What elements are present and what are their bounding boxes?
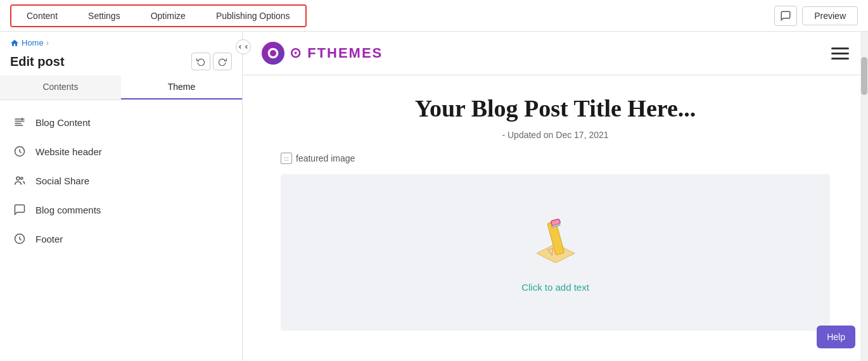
hamburger-line-3 <box>831 58 849 60</box>
scrollbar-thumb[interactable] <box>861 57 867 95</box>
top-bar: Content Settings Optimize Publishing Opt… <box>0 0 868 32</box>
chat-icon-button[interactable] <box>774 6 797 26</box>
click-to-add-text[interactable]: Click to add text <box>521 282 589 293</box>
brand-logo: ⊙ FTHEMES <box>262 42 383 65</box>
pencil-illustration <box>527 212 584 269</box>
home-icon <box>10 39 19 48</box>
tab-content[interactable]: Content <box>11 6 73 26</box>
breadcrumb: Home › <box>0 32 242 50</box>
chat-icon <box>780 10 791 22</box>
scrollbar-track[interactable] <box>860 32 868 361</box>
svg-point-6 <box>16 177 20 180</box>
top-bar-right: Preview <box>774 6 858 26</box>
sidebar-item-label: Social Share <box>35 175 89 186</box>
sidebar-item-label: Website header <box>35 146 102 157</box>
undo-icon <box>196 57 205 66</box>
featured-image-placeholder: □ featured image <box>281 153 830 164</box>
help-button[interactable]: Help <box>817 326 855 348</box>
blog-header: ⊙ FTHEMES <box>243 32 868 75</box>
sidebar-item-blog-content[interactable]: Blog Content <box>0 108 242 137</box>
redo-icon <box>218 57 227 66</box>
svg-point-10 <box>270 50 276 56</box>
blog-body: Your Blog Post Title Here... - Updated o… <box>243 75 868 350</box>
text-icon <box>13 115 27 129</box>
svg-point-7 <box>21 177 23 179</box>
refresh-icon-2 <box>13 232 27 246</box>
top-tabs: Content Settings Optimize Publishing Opt… <box>10 4 307 27</box>
sidebar-item-social-share[interactable]: Social Share <box>0 166 242 195</box>
sidebar: Home › Edit post <box>0 32 243 361</box>
redo-button[interactable] <box>213 53 232 70</box>
text-editor-area[interactable]: Click to add text <box>281 174 830 331</box>
blog-date: - Updated on Dec 17, 2021 <box>281 130 830 140</box>
image-broken-icon: □ <box>281 153 292 164</box>
pencil-icon-container <box>527 212 584 272</box>
chevron-left-icon-2 <box>243 44 250 50</box>
preview-button[interactable]: Preview <box>802 6 858 25</box>
refresh-icon <box>13 144 27 158</box>
hamburger-menu[interactable] <box>831 48 849 60</box>
edit-post-title: Edit post <box>10 54 65 69</box>
sidebar-items-list: Blog Content Website header <box>0 100 242 361</box>
hamburger-line-1 <box>831 48 849 49</box>
edit-post-header: Edit post <box>0 50 242 75</box>
breadcrumb-home[interactable]: Home <box>10 38 44 48</box>
undo-button[interactable] <box>191 53 210 70</box>
blog-preview: ⊙ FTHEMES Your Blog Post Title Here... -… <box>243 32 868 361</box>
sidebar-item-label: Blog Content <box>35 117 91 128</box>
sidebar-item-blog-comments[interactable]: Blog comments <box>0 195 242 224</box>
brand-name: ⊙ FTHEMES <box>290 45 383 61</box>
tab-settings[interactable]: Settings <box>73 6 136 26</box>
brand-icon <box>262 42 284 65</box>
content-area: ⊙ FTHEMES Your Blog Post Title Here... -… <box>243 32 868 361</box>
hamburger-line-2 <box>831 53 849 54</box>
main-layout: Home › Edit post <box>0 32 868 361</box>
sidebar-collapse-button[interactable] <box>236 39 251 54</box>
tab-publishing-options[interactable]: Publishing Options <box>201 6 305 26</box>
sidebar-tabs: Contents Theme <box>0 75 242 100</box>
sidebar-item-website-header[interactable]: Website header <box>0 137 242 166</box>
tab-optimize[interactable]: Optimize <box>136 6 201 26</box>
breadcrumb-separator: › <box>46 38 49 48</box>
sidebar-item-footer[interactable]: Footer <box>0 224 242 253</box>
users-icon <box>13 174 27 187</box>
comment-icon <box>13 203 27 217</box>
blog-title: Your Blog Post Title Here... <box>281 94 830 122</box>
tab-sidebar-theme[interactable]: Theme <box>121 75 242 99</box>
sidebar-item-label: Blog comments <box>35 205 101 215</box>
chevron-left-icon <box>237 44 243 50</box>
undo-redo-controls <box>191 53 232 70</box>
tab-sidebar-contents[interactable]: Contents <box>0 75 121 99</box>
sidebar-item-label: Footer <box>35 234 63 244</box>
